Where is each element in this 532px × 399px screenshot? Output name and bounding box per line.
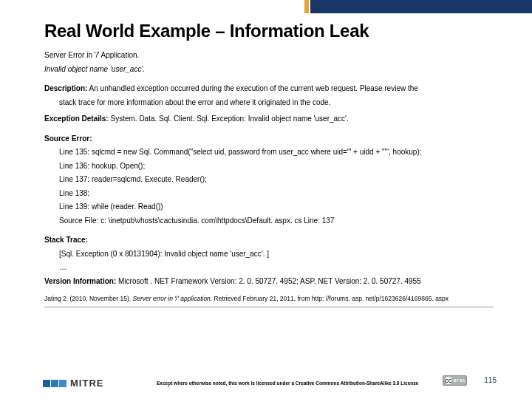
stack-trace-label: Stack Trace:	[44, 233, 494, 247]
cc-badge-icon: CC BY SA	[443, 375, 467, 386]
code-line-139: Line 139: while (reader. Read())	[44, 200, 494, 214]
code-line-136: Line 136: hookup. Open();	[44, 160, 494, 173]
stack-trace-line1: [Sql. Exception (0 x 80131904): Invalid …	[44, 248, 494, 261]
description-text2: stack trace for more information about t…	[44, 96, 494, 109]
server-error-line: Server Error in '/' Application.	[44, 49, 494, 62]
divider	[44, 307, 494, 307]
description-text1: An unhandled exception occurred during t…	[87, 84, 418, 92]
version-info: Version Information: Microsoft . NET Fra…	[44, 275, 494, 288]
slide-title: Real World Example – Information Leak	[44, 21, 494, 41]
code-line-135: Line 135: sqlcmd = new Sql. Command("sel…	[44, 146, 494, 159]
exception-details-label: Exception Details:	[44, 115, 109, 123]
error-body: Server Error in '/' Application. Invalid…	[44, 49, 494, 287]
exception-details: Exception Details: System. Data. Sql. Cl…	[44, 112, 494, 126]
citation: Jating 2. (2010, November 15). Server er…	[44, 295, 494, 302]
citation-title: Server error in '/' application.	[133, 295, 213, 302]
license-text: Except where otherwise noted, this work …	[157, 381, 418, 386]
citation-rest: Retrieved February 21, 2011, from http: …	[212, 295, 449, 302]
citation-author: Jating 2. (2010, November 15).	[44, 295, 133, 302]
slide-content: Real World Example – Information Leak Se…	[0, 0, 532, 302]
source-file-line: Source File: c: \inetpub\vhosts\cactusin…	[44, 214, 494, 228]
brand-stripe	[310, 0, 532, 13]
page-number: 115	[484, 376, 497, 384]
code-line-137: Line 137: reader=sqlcmd. Execute. Reader…	[44, 173, 494, 186]
version-info-label: Version Information:	[44, 277, 116, 285]
version-info-text: Microsoft . NET Framework Version: 2. 0.…	[116, 277, 420, 285]
logo-box-icon	[43, 380, 50, 387]
invalid-object-line: Invalid object name 'user_acc'.	[44, 63, 494, 76]
description-label: Description:	[44, 84, 87, 92]
cc-by-sa: BY SA	[454, 379, 465, 383]
mitre-logo: MITRE	[43, 378, 103, 389]
logo-text: MITRE	[70, 378, 103, 389]
description-line1: Description: An unhandled exception occu…	[44, 82, 494, 95]
source-error-label: Source Error:	[44, 132, 494, 146]
exception-details-text: System. Data. Sql. Client. Sql. Exceptio…	[109, 115, 349, 123]
code-line-138: Line 138:	[44, 187, 494, 200]
cc-circle-icon: CC	[445, 377, 452, 384]
footer: MITRE Except where otherwise noted, this…	[0, 362, 532, 393]
logo-box-icon	[51, 380, 58, 387]
logo-box-icon	[59, 380, 66, 387]
stack-trace-ellipsis: …	[44, 261, 494, 274]
